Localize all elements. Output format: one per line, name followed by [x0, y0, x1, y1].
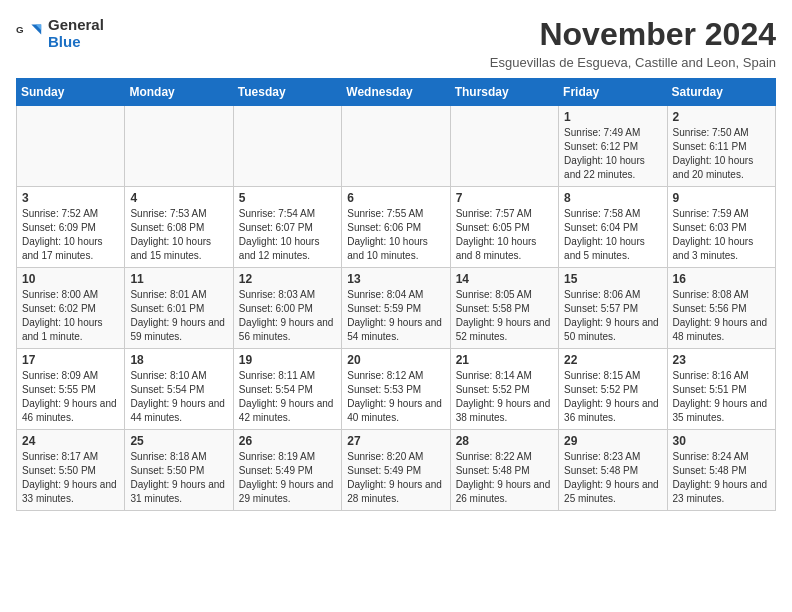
- calendar-cell: 24Sunrise: 8:17 AM Sunset: 5:50 PM Dayli…: [17, 430, 125, 511]
- day-info: Sunrise: 8:04 AM Sunset: 5:59 PM Dayligh…: [347, 288, 444, 344]
- calendar-cell: 18Sunrise: 8:10 AM Sunset: 5:54 PM Dayli…: [125, 349, 233, 430]
- day-info: Sunrise: 8:00 AM Sunset: 6:02 PM Dayligh…: [22, 288, 119, 344]
- day-info: Sunrise: 8:16 AM Sunset: 5:51 PM Dayligh…: [673, 369, 770, 425]
- calendar-cell: 3Sunrise: 7:52 AM Sunset: 6:09 PM Daylig…: [17, 187, 125, 268]
- day-info: Sunrise: 8:14 AM Sunset: 5:52 PM Dayligh…: [456, 369, 553, 425]
- day-number: 11: [130, 272, 227, 286]
- calendar-cell: 6Sunrise: 7:55 AM Sunset: 6:06 PM Daylig…: [342, 187, 450, 268]
- calendar-cell: [450, 106, 558, 187]
- day-info: Sunrise: 8:15 AM Sunset: 5:52 PM Dayligh…: [564, 369, 661, 425]
- day-number: 23: [673, 353, 770, 367]
- calendar-cell: 1Sunrise: 7:49 AM Sunset: 6:12 PM Daylig…: [559, 106, 667, 187]
- day-header-thursday: Thursday: [450, 79, 558, 106]
- day-info: Sunrise: 8:08 AM Sunset: 5:56 PM Dayligh…: [673, 288, 770, 344]
- calendar-cell: 8Sunrise: 7:58 AM Sunset: 6:04 PM Daylig…: [559, 187, 667, 268]
- title-block: November 2024 Esguevillas de Esgueva, Ca…: [490, 16, 776, 70]
- day-header-sunday: Sunday: [17, 79, 125, 106]
- calendar-cell: 20Sunrise: 8:12 AM Sunset: 5:53 PM Dayli…: [342, 349, 450, 430]
- day-header-friday: Friday: [559, 79, 667, 106]
- calendar-cell: 30Sunrise: 8:24 AM Sunset: 5:48 PM Dayli…: [667, 430, 775, 511]
- calendar-cell: 22Sunrise: 8:15 AM Sunset: 5:52 PM Dayli…: [559, 349, 667, 430]
- day-info: Sunrise: 8:18 AM Sunset: 5:50 PM Dayligh…: [130, 450, 227, 506]
- calendar-cell: 29Sunrise: 8:23 AM Sunset: 5:48 PM Dayli…: [559, 430, 667, 511]
- day-number: 28: [456, 434, 553, 448]
- logo-icon: G: [16, 19, 44, 47]
- calendar-cell: 17Sunrise: 8:09 AM Sunset: 5:55 PM Dayli…: [17, 349, 125, 430]
- day-number: 26: [239, 434, 336, 448]
- day-header-monday: Monday: [125, 79, 233, 106]
- calendar-week-5: 24Sunrise: 8:17 AM Sunset: 5:50 PM Dayli…: [17, 430, 776, 511]
- day-info: Sunrise: 7:50 AM Sunset: 6:11 PM Dayligh…: [673, 126, 770, 182]
- calendar-cell: 15Sunrise: 8:06 AM Sunset: 5:57 PM Dayli…: [559, 268, 667, 349]
- day-info: Sunrise: 8:11 AM Sunset: 5:54 PM Dayligh…: [239, 369, 336, 425]
- day-number: 29: [564, 434, 661, 448]
- calendar-cell: 13Sunrise: 8:04 AM Sunset: 5:59 PM Dayli…: [342, 268, 450, 349]
- calendar-cell: [125, 106, 233, 187]
- calendar-cell: [342, 106, 450, 187]
- day-info: Sunrise: 8:03 AM Sunset: 6:00 PM Dayligh…: [239, 288, 336, 344]
- day-info: Sunrise: 8:22 AM Sunset: 5:48 PM Dayligh…: [456, 450, 553, 506]
- day-info: Sunrise: 8:10 AM Sunset: 5:54 PM Dayligh…: [130, 369, 227, 425]
- day-number: 8: [564, 191, 661, 205]
- day-info: Sunrise: 8:24 AM Sunset: 5:48 PM Dayligh…: [673, 450, 770, 506]
- day-number: 1: [564, 110, 661, 124]
- day-info: Sunrise: 7:52 AM Sunset: 6:09 PM Dayligh…: [22, 207, 119, 263]
- day-number: 20: [347, 353, 444, 367]
- day-number: 16: [673, 272, 770, 286]
- calendar-cell: [17, 106, 125, 187]
- day-number: 7: [456, 191, 553, 205]
- day-info: Sunrise: 8:09 AM Sunset: 5:55 PM Dayligh…: [22, 369, 119, 425]
- day-number: 4: [130, 191, 227, 205]
- day-info: Sunrise: 8:05 AM Sunset: 5:58 PM Dayligh…: [456, 288, 553, 344]
- day-info: Sunrise: 7:57 AM Sunset: 6:05 PM Dayligh…: [456, 207, 553, 263]
- day-number: 30: [673, 434, 770, 448]
- day-info: Sunrise: 8:17 AM Sunset: 5:50 PM Dayligh…: [22, 450, 119, 506]
- day-number: 5: [239, 191, 336, 205]
- calendar-cell: 12Sunrise: 8:03 AM Sunset: 6:00 PM Dayli…: [233, 268, 341, 349]
- day-info: Sunrise: 8:06 AM Sunset: 5:57 PM Dayligh…: [564, 288, 661, 344]
- calendar-cell: 5Sunrise: 7:54 AM Sunset: 6:07 PM Daylig…: [233, 187, 341, 268]
- day-info: Sunrise: 8:20 AM Sunset: 5:49 PM Dayligh…: [347, 450, 444, 506]
- day-number: 6: [347, 191, 444, 205]
- subtitle: Esguevillas de Esgueva, Castille and Leo…: [490, 55, 776, 70]
- day-number: 24: [22, 434, 119, 448]
- day-number: 21: [456, 353, 553, 367]
- logo: G General Blue: [16, 16, 104, 50]
- day-info: Sunrise: 8:12 AM Sunset: 5:53 PM Dayligh…: [347, 369, 444, 425]
- calendar-week-1: 1Sunrise: 7:49 AM Sunset: 6:12 PM Daylig…: [17, 106, 776, 187]
- day-info: Sunrise: 7:54 AM Sunset: 6:07 PM Dayligh…: [239, 207, 336, 263]
- calendar-body: 1Sunrise: 7:49 AM Sunset: 6:12 PM Daylig…: [17, 106, 776, 511]
- calendar-header-row: SundayMondayTuesdayWednesdayThursdayFrid…: [17, 79, 776, 106]
- calendar-cell: 10Sunrise: 8:00 AM Sunset: 6:02 PM Dayli…: [17, 268, 125, 349]
- calendar-cell: 9Sunrise: 7:59 AM Sunset: 6:03 PM Daylig…: [667, 187, 775, 268]
- day-info: Sunrise: 8:19 AM Sunset: 5:49 PM Dayligh…: [239, 450, 336, 506]
- day-number: 3: [22, 191, 119, 205]
- day-number: 10: [22, 272, 119, 286]
- day-number: 25: [130, 434, 227, 448]
- day-header-saturday: Saturday: [667, 79, 775, 106]
- day-number: 18: [130, 353, 227, 367]
- day-number: 13: [347, 272, 444, 286]
- day-info: Sunrise: 7:58 AM Sunset: 6:04 PM Dayligh…: [564, 207, 661, 263]
- day-number: 27: [347, 434, 444, 448]
- logo-text: General Blue: [48, 16, 104, 50]
- calendar-cell: 19Sunrise: 8:11 AM Sunset: 5:54 PM Dayli…: [233, 349, 341, 430]
- day-number: 22: [564, 353, 661, 367]
- day-info: Sunrise: 7:55 AM Sunset: 6:06 PM Dayligh…: [347, 207, 444, 263]
- calendar-week-4: 17Sunrise: 8:09 AM Sunset: 5:55 PM Dayli…: [17, 349, 776, 430]
- calendar: SundayMondayTuesdayWednesdayThursdayFrid…: [16, 78, 776, 511]
- calendar-cell: 16Sunrise: 8:08 AM Sunset: 5:56 PM Dayli…: [667, 268, 775, 349]
- calendar-week-2: 3Sunrise: 7:52 AM Sunset: 6:09 PM Daylig…: [17, 187, 776, 268]
- day-number: 9: [673, 191, 770, 205]
- calendar-cell: 21Sunrise: 8:14 AM Sunset: 5:52 PM Dayli…: [450, 349, 558, 430]
- calendar-cell: 28Sunrise: 8:22 AM Sunset: 5:48 PM Dayli…: [450, 430, 558, 511]
- calendar-week-3: 10Sunrise: 8:00 AM Sunset: 6:02 PM Dayli…: [17, 268, 776, 349]
- day-info: Sunrise: 7:49 AM Sunset: 6:12 PM Dayligh…: [564, 126, 661, 182]
- day-info: Sunrise: 7:59 AM Sunset: 6:03 PM Dayligh…: [673, 207, 770, 263]
- day-number: 19: [239, 353, 336, 367]
- day-number: 12: [239, 272, 336, 286]
- calendar-cell: 26Sunrise: 8:19 AM Sunset: 5:49 PM Dayli…: [233, 430, 341, 511]
- calendar-cell: 27Sunrise: 8:20 AM Sunset: 5:49 PM Dayli…: [342, 430, 450, 511]
- day-info: Sunrise: 8:01 AM Sunset: 6:01 PM Dayligh…: [130, 288, 227, 344]
- day-number: 15: [564, 272, 661, 286]
